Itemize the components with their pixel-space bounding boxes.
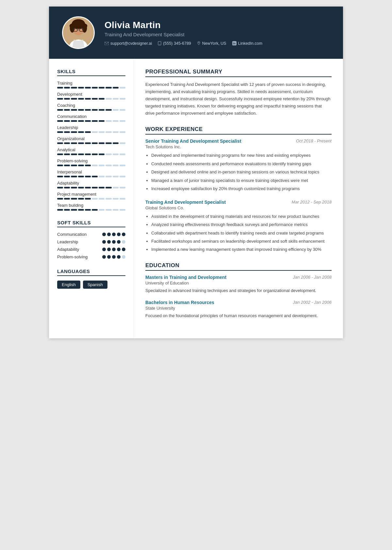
job-bullet: Assisted in the development of training …	[151, 213, 332, 220]
resume-container: Olivia Martin Training And Development S…	[49, 7, 343, 338]
skill-bar-segment	[106, 165, 111, 166]
soft-skill-name: Leadership	[57, 239, 78, 244]
skill-bar	[57, 209, 125, 211]
skill-bar-segment	[106, 209, 111, 211]
skill-name: Adaptability	[57, 181, 125, 186]
skill-bar-segment	[92, 87, 98, 89]
skill-bar-segment	[71, 120, 77, 122]
dot	[122, 248, 125, 251]
skill-bar-segment	[71, 109, 77, 111]
dot	[107, 248, 111, 251]
job-title: Training And Development Specialist	[145, 200, 226, 205]
skill-bar-segment	[113, 98, 119, 100]
skill-bar-segment	[57, 142, 63, 144]
skills-list: TrainingDevelopmentCoachingCommunication…	[57, 81, 125, 211]
skill-bar-segment	[78, 176, 84, 177]
skill-bar-segment	[71, 154, 77, 155]
education-section: EDUCATION Masters in Training and Develo…	[145, 262, 332, 319]
skill-bar-segment	[120, 142, 125, 144]
dots	[102, 248, 125, 251]
skill-bar-segment	[71, 198, 77, 200]
edu-school: University of Education	[145, 281, 332, 285]
skill-bar-segment	[120, 109, 125, 111]
svg-point-7	[72, 22, 75, 25]
skill-bar	[57, 120, 125, 122]
skill-bar-segment	[106, 154, 111, 155]
skill-bar-segment	[99, 154, 105, 155]
job-bullet: Facilitated workshops and seminars on le…	[151, 238, 332, 245]
skill-name: Development	[57, 92, 125, 97]
skill-bar-segment	[120, 165, 125, 166]
skill-bar-segment	[57, 198, 63, 200]
skill-bar-segment	[99, 209, 105, 211]
job-bullets: Assisted in the development of training …	[145, 213, 332, 253]
sidebar: SKILLS TrainingDevelopmentCoachingCommun…	[49, 59, 134, 338]
skills-title: SKILLS	[57, 69, 125, 76]
skill-bar-segment	[113, 154, 119, 155]
linkedin-icon: in	[232, 41, 237, 45]
skill-bar-segment	[78, 198, 84, 200]
skill-bar-segment	[78, 131, 84, 133]
soft-skill-name: Problem-solving	[57, 254, 88, 259]
skill-bar	[57, 165, 125, 166]
skill-bar-segment	[99, 98, 105, 100]
skill-bar-segment	[99, 176, 105, 177]
skill-item: Training	[57, 81, 125, 89]
skill-bar-segment	[71, 87, 77, 89]
soft-skills-list: CommunicationLeadershipAdaptabilityProbl…	[57, 232, 125, 259]
skill-bar-segment	[78, 165, 84, 166]
dot	[112, 233, 116, 236]
skill-bar-segment	[113, 120, 119, 122]
skill-item: Interpersonal	[57, 170, 125, 177]
email-contact: support@cvdesigner.ai	[105, 41, 152, 46]
edu-school: State University	[145, 306, 332, 311]
language-tag: Spanish	[83, 281, 107, 289]
education-title: EDUCATION	[145, 262, 332, 271]
dot	[122, 255, 125, 259]
skill-bar-segment	[71, 142, 77, 144]
skill-bar-segment	[57, 154, 63, 155]
skill-bar-segment	[57, 87, 63, 89]
skill-bar-segment	[99, 198, 105, 200]
skill-bar	[57, 109, 125, 111]
skill-bar-segment	[92, 187, 98, 188]
work-title: WORK EXPERIENCE	[145, 126, 332, 135]
soft-skills-section: SOFT SKILLS CommunicationLeadershipAdapt…	[57, 220, 125, 259]
edu-degree: Masters in Training and Development	[145, 275, 226, 280]
skill-bar-segment	[71, 131, 77, 133]
dot	[117, 248, 121, 251]
skill-bar-segment	[120, 176, 125, 177]
skill-bar-segment	[106, 120, 111, 122]
skill-item: Leadership	[57, 125, 125, 133]
skill-bar	[57, 198, 125, 200]
skill-bar-segment	[99, 187, 105, 188]
languages-section: LANGUAGES EnglishSpanish	[57, 268, 125, 289]
phone-icon	[158, 41, 161, 45]
skill-name: Training	[57, 81, 125, 86]
job-bullet: Managed a team of junior training specia…	[151, 177, 332, 184]
job-dates: Oct 2018 - Present	[296, 138, 332, 143]
skill-name: Organizational	[57, 136, 125, 141]
soft-skills-title: SOFT SKILLS	[57, 220, 125, 227]
skill-bar-segment	[64, 154, 70, 155]
edu-degree: Bachelors in Human Resources	[145, 300, 214, 305]
skill-bar-segment	[113, 165, 119, 166]
svg-point-13	[159, 44, 160, 45]
dot	[102, 240, 106, 244]
skill-bar-segment	[71, 187, 77, 188]
job-bullet: Collaborated with department heads to id…	[151, 230, 332, 236]
skill-item: Team building	[57, 203, 125, 211]
summary-text: Experienced Training And Development Spe…	[145, 81, 332, 117]
skill-bar-segment	[64, 109, 70, 111]
skill-bar-segment	[92, 176, 98, 177]
skill-bar-segment	[113, 142, 119, 144]
skill-bar-segment	[106, 109, 111, 111]
skill-bar	[57, 87, 125, 89]
skill-bar-segment	[85, 142, 91, 144]
skill-bar-segment	[99, 87, 105, 89]
main-content: PROFESSIONAL SUMMARY Experienced Trainin…	[134, 59, 343, 338]
skill-bar-segment	[64, 198, 70, 200]
skill-bar-segment	[120, 131, 125, 133]
dots	[102, 240, 125, 244]
skill-bar-segment	[113, 176, 119, 177]
